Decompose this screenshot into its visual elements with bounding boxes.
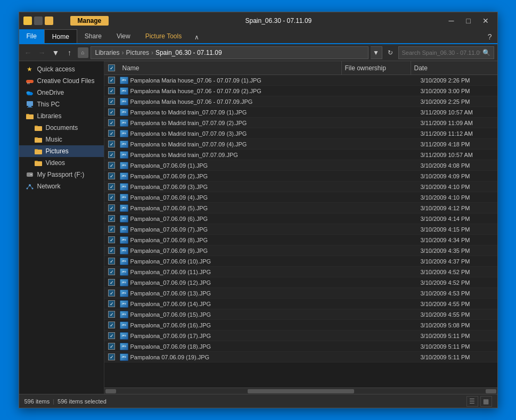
sidebar-item-documents[interactable]: Documents — [19, 122, 104, 134]
table-row[interactable]: JPG Pampalona to Madrid train_07.07.09.J… — [104, 150, 497, 160]
file-checkbox-19[interactable] — [108, 279, 115, 286]
table-row[interactable]: JPG Pampalona_07.06.09 (10).JPG 3/10/200… — [104, 256, 497, 267]
sidebar-item-my-passport[interactable]: My Passport (F:) — [19, 169, 104, 180]
row-checkbox-col[interactable] — [104, 332, 119, 339]
file-checkbox-9[interactable] — [108, 172, 115, 179]
file-checkbox-11[interactable] — [108, 194, 115, 201]
table-row[interactable]: JPG Pampalona_07.06.09 (9).JPG 3/10/2009… — [104, 245, 497, 256]
row-checkbox-col[interactable] — [104, 343, 119, 350]
row-checkbox-col[interactable] — [104, 311, 119, 318]
file-checkbox-7[interactable] — [108, 151, 115, 158]
h-scroll-left-btn[interactable] — [105, 389, 116, 393]
sidebar-item-libraries[interactable]: Libraries — [19, 110, 104, 122]
row-checkbox-col[interactable] — [104, 119, 119, 126]
row-checkbox-col[interactable] — [104, 226, 119, 233]
row-checkbox-col[interactable] — [104, 183, 119, 190]
table-row[interactable]: JPG Pampalona Maria house_07.06 - 07.07.… — [104, 86, 497, 96]
file-checkbox-16[interactable] — [108, 247, 115, 254]
up-button[interactable]: ↑ — [64, 47, 76, 59]
table-row[interactable]: JPG Pampalona_07.06.09 (4).JPG 3/10/2009… — [104, 192, 497, 203]
column-date[interactable]: Date — [411, 61, 491, 75]
file-checkbox-6[interactable] — [108, 141, 115, 147]
table-row[interactable]: JPG Pampalona 07.06.09 (19).JPG 3/10/200… — [104, 352, 497, 363]
file-checkbox-24[interactable] — [108, 332, 115, 339]
file-checkbox-14[interactable] — [108, 226, 115, 233]
table-row[interactable]: JPG Pampalona_07.06.09 (13).JPG 3/10/200… — [104, 288, 497, 299]
file-checkbox-23[interactable] — [108, 322, 115, 328]
row-checkbox-col[interactable] — [104, 215, 119, 222]
row-checkbox-col[interactable] — [104, 300, 119, 307]
file-checkbox-25[interactable] — [108, 343, 115, 350]
select-all-checkbox[interactable] — [108, 64, 115, 71]
table-row[interactable]: JPG Pampalona_07.06.09 (8).JPG 3/10/2009… — [104, 235, 497, 245]
sidebar-item-music[interactable]: Music — [19, 134, 104, 145]
address-dropdown-button[interactable]: ▼ — [371, 46, 382, 59]
table-row[interactable]: JPG Pampalona_07.06.09 (15).JPG 3/10/200… — [104, 309, 497, 320]
path-libraries[interactable]: Libraries — [95, 49, 120, 56]
row-checkbox-col[interactable] — [104, 279, 119, 286]
file-checkbox-3[interactable] — [108, 109, 115, 116]
file-checkbox-8[interactable] — [108, 162, 115, 169]
row-checkbox-col[interactable] — [104, 258, 119, 265]
row-checkbox-col[interactable] — [104, 130, 119, 137]
sidebar-item-pictures[interactable]: Pictures — [19, 145, 104, 157]
row-checkbox-col[interactable] — [104, 247, 119, 254]
table-row[interactable]: JPG Pampalona_07.06.09 (3).JPG 3/10/2009… — [104, 182, 497, 192]
sidebar-item-network[interactable]: Network — [19, 180, 104, 192]
file-checkbox-12[interactable] — [108, 204, 115, 211]
table-row[interactable]: JPG Pampalona_07.06.09 (6).JPG 3/10/2009… — [104, 213, 497, 224]
row-checkbox-col[interactable] — [104, 172, 119, 179]
ribbon-expand-icon[interactable]: ∧ — [189, 31, 204, 43]
table-row[interactable]: JPG Pampalona_07.06.09 (1).JPG 3/10/2009… — [104, 160, 497, 171]
column-name[interactable]: Name — [119, 61, 342, 75]
table-row[interactable]: JPG Pampalona to Madrid train_07.07.09 (… — [104, 139, 497, 150]
column-ownership[interactable]: File ownership — [342, 61, 411, 75]
table-row[interactable]: JPG Pampalona_07.06.09 (14).JPG 3/10/200… — [104, 299, 497, 309]
table-row[interactable]: JPG Pampalona to Madrid train_07.07.09 (… — [104, 128, 497, 139]
details-view-button[interactable]: ☰ — [466, 396, 478, 407]
row-checkbox-col[interactable] — [104, 141, 119, 147]
sidebar-item-quick-access[interactable]: ★ Quick access — [19, 63, 104, 75]
tab-picture-tools[interactable]: Picture Tools — [138, 29, 189, 43]
horizontal-scrollbar[interactable] — [104, 388, 497, 394]
search-box[interactable]: 🔍 — [398, 46, 494, 59]
header-checkbox-col[interactable] — [104, 64, 119, 71]
file-checkbox-2[interactable] — [108, 98, 115, 105]
address-path[interactable]: Libraries › Pictures › Spain_06.30 - 07.… — [91, 46, 368, 59]
help-icon[interactable]: ? — [482, 30, 497, 43]
table-row[interactable]: JPG Pampalona_07.06.09 (18).JPG 3/10/200… — [104, 341, 497, 352]
table-row[interactable]: JPG Pampalona Maria house_07.06 - 07.07.… — [104, 96, 497, 107]
row-checkbox-col[interactable] — [104, 236, 119, 243]
table-row[interactable]: JPG Pampalona to Madrid train_07.07.09 (… — [104, 107, 497, 118]
sidebar-item-creative-cloud[interactable]: cc Creative Cloud Files — [19, 75, 104, 87]
file-checkbox-4[interactable] — [108, 119, 115, 126]
row-checkbox-col[interactable] — [104, 204, 119, 211]
table-row[interactable]: JPG Pampalona_07.06.09 (17).JPG 3/10/200… — [104, 331, 497, 341]
maximize-button[interactable]: □ — [461, 15, 476, 26]
table-row[interactable]: JPG Pampalona_07.06.09 (2).JPG 3/10/2009… — [104, 171, 497, 182]
row-checkbox-col[interactable] — [104, 87, 119, 94]
file-checkbox-15[interactable] — [108, 236, 115, 243]
file-checkbox-20[interactable] — [108, 290, 115, 297]
table-row[interactable]: JPG Pampalona_07.06.09 (11).JPG 3/10/200… — [104, 267, 497, 277]
tab-share[interactable]: Share — [77, 29, 109, 43]
tab-home[interactable]: Home — [44, 29, 77, 43]
refresh-button[interactable]: ↻ — [384, 47, 396, 59]
row-checkbox-col[interactable] — [104, 162, 119, 169]
h-scroll-thumb[interactable] — [248, 389, 354, 393]
table-row[interactable]: JPG Pampalona_07.06.09 (7).JPG 3/10/2009… — [104, 224, 497, 235]
file-checkbox-22[interactable] — [108, 311, 115, 318]
path-pictures[interactable]: Pictures — [126, 49, 149, 56]
file-checkbox-18[interactable] — [108, 268, 115, 275]
row-checkbox-col[interactable] — [104, 268, 119, 275]
forward-button[interactable]: → — [36, 47, 48, 59]
h-scroll-right-btn[interactable] — [486, 389, 496, 393]
file-checkbox-13[interactable] — [108, 215, 115, 222]
table-row[interactable]: JPG Pampalona Maria house_07.06 - 07.07.… — [104, 75, 497, 86]
row-checkbox-col[interactable] — [104, 151, 119, 158]
recent-locations-button[interactable]: ▼ — [50, 47, 62, 59]
manage-tab[interactable]: Manage — [70, 16, 109, 26]
tab-view[interactable]: View — [109, 29, 138, 43]
table-row[interactable]: JPG Pampalona to Madrid train_07.07.09 (… — [104, 118, 497, 128]
file-checkbox-5[interactable] — [108, 130, 115, 137]
